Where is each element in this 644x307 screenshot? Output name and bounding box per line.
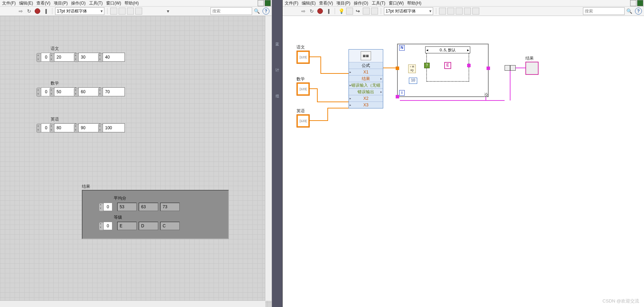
case-tunnel-out[interactable] bbox=[467, 64, 471, 67]
grid-icon-r[interactable] bbox=[630, 0, 636, 6]
avg-v2: 73 bbox=[160, 203, 180, 211]
for-loop-N[interactable]: N bbox=[399, 45, 405, 51]
case-selector[interactable]: 0..5, 默认 bbox=[425, 46, 470, 53]
grade-v1: D bbox=[139, 222, 158, 230]
express-x3[interactable]: ▸X3 bbox=[349, 102, 383, 108]
search-input[interactable]: 搜索 bbox=[211, 7, 252, 15]
abort-icon[interactable] bbox=[34, 8, 41, 15]
align-r-3[interactable] bbox=[456, 8, 463, 15]
avg-index[interactable]: 0 bbox=[103, 203, 112, 211]
express-err-out[interactable]: 错误输出▸ bbox=[349, 88, 383, 95]
font-selector[interactable]: 17pt 对话框字体 bbox=[55, 7, 104, 15]
vi-icon-r[interactable] bbox=[637, 0, 643, 6]
font-selector-r[interactable]: 17pt 对话框字体 bbox=[384, 7, 433, 15]
cluster-result[interactable]: 平均分 0 53 63 73 等级 0 E D C bbox=[82, 190, 229, 239]
resize-handle-icon[interactable] bbox=[484, 93, 489, 97]
label-shuxue: 数学 bbox=[51, 80, 59, 86]
grade-v0: E bbox=[117, 222, 137, 230]
array-yuwen[interactable]: 0 20 30 40 bbox=[41, 53, 127, 62]
help-icon-r[interactable]: ? bbox=[635, 8, 642, 15]
yuwen-v0[interactable]: 20 bbox=[54, 53, 76, 62]
menu-tools[interactable]: 工具(T) bbox=[88, 0, 104, 6]
express-err-in[interactable]: ▸错误输入（无错 bbox=[349, 82, 383, 88]
menu-view[interactable]: 查看(V) bbox=[35, 0, 52, 6]
step-over-icon[interactable] bbox=[363, 8, 370, 15]
menu-help[interactable]: 帮助(H) bbox=[123, 0, 140, 6]
align-icon-4[interactable] bbox=[135, 8, 142, 15]
dropdown-icon[interactable]: ▾ bbox=[164, 8, 171, 15]
bundle-node-2[interactable] bbox=[510, 65, 516, 71]
terminal-shuxue[interactable]: [123] bbox=[297, 82, 310, 96]
run-cycle-icon[interactable]: ↻ bbox=[26, 8, 33, 15]
grid-icon[interactable] bbox=[258, 0, 264, 6]
search-input-r[interactable]: 搜索 bbox=[583, 7, 625, 15]
align-icon-3[interactable] bbox=[127, 8, 134, 15]
yuwen-v1[interactable]: 30 bbox=[78, 53, 101, 62]
retain-wire-icon[interactable] bbox=[346, 8, 353, 15]
term-label-yingyu: 英语 bbox=[297, 108, 305, 114]
front-panel: 语文 0 20 30 40 数学 0 50 60 70 英语 0 80 90 1… bbox=[0, 16, 272, 307]
help-icon[interactable]: ? bbox=[263, 8, 269, 15]
search-icon-r[interactable]: 🔍 bbox=[626, 8, 632, 14]
array-yingyu[interactable]: 0 80 90 100 bbox=[41, 123, 127, 132]
left-menubar[interactable]: 文件(F) 编辑(E) 查看(V) 项目(P) 操作(O) 工具(T) 窗口(W… bbox=[0, 0, 272, 7]
menu-op[interactable]: 操作(O) bbox=[70, 0, 87, 6]
align-icon-2[interactable] bbox=[119, 8, 126, 15]
express-x2[interactable]: ▸X2 bbox=[349, 95, 383, 102]
watermark-text: CSDN @欢迎交流 bbox=[602, 298, 639, 304]
yingyu-v1[interactable]: 90 bbox=[78, 123, 101, 132]
express-title: 公式 bbox=[349, 62, 383, 69]
bundle-node-1[interactable] bbox=[505, 65, 510, 71]
pause-icon-r[interactable]: || bbox=[325, 8, 332, 15]
abort-icon-r[interactable] bbox=[317, 8, 324, 15]
cleanup-icon[interactable] bbox=[464, 8, 471, 15]
loop-tunnel-bottom[interactable] bbox=[396, 95, 399, 98]
terminal-yuwen[interactable]: [123] bbox=[297, 51, 310, 64]
avg-v0: 53 bbox=[117, 203, 137, 211]
scrollbar-horizontal[interactable] bbox=[0, 300, 265, 307]
shuxue-v2[interactable]: 70 bbox=[103, 87, 125, 96]
for-loop[interactable]: N i ÷ R IQ 10 0..5, 默认 ? E bbox=[397, 44, 489, 97]
array-shuxue[interactable]: 0 50 60 70 bbox=[41, 87, 127, 96]
case-structure[interactable]: 0..5, 默认 ? E bbox=[426, 49, 469, 82]
step-out-icon[interactable] bbox=[371, 8, 378, 15]
shuxue-v1[interactable]: 60 bbox=[78, 87, 101, 96]
shuxue-v0[interactable]: 50 bbox=[54, 87, 76, 96]
grade-index[interactable]: 0 bbox=[103, 222, 112, 230]
menu-project[interactable]: 项目(P) bbox=[52, 0, 69, 6]
loop-tunnel-out[interactable] bbox=[487, 67, 490, 70]
yingyu-v0[interactable]: 80 bbox=[54, 123, 76, 132]
step-into-icon[interactable]: ↪ bbox=[354, 8, 361, 15]
run-arrow-icon[interactable]: ⇨ bbox=[17, 8, 24, 15]
numeric-constant-10[interactable]: 10 bbox=[409, 78, 417, 84]
for-loop-i[interactable]: i bbox=[399, 90, 405, 96]
loop-tunnel-in[interactable] bbox=[396, 67, 399, 70]
menu-edit[interactable]: 编辑(E) bbox=[18, 0, 34, 6]
case-selector-terminal[interactable]: ? bbox=[424, 63, 430, 68]
highlight-exec-icon[interactable]: 💡 bbox=[338, 8, 345, 15]
vi-icon[interactable] bbox=[265, 0, 271, 6]
right-menubar[interactable]: 文件(F) 编辑(E) 查看(V) 项目(P) 操作(O) 工具(T) 窗口(W… bbox=[283, 0, 644, 7]
run-cycle-icon-r[interactable]: ↻ bbox=[308, 8, 315, 15]
yuwen-v2[interactable]: 40 bbox=[103, 53, 125, 62]
express-result[interactable]: 结果▸ bbox=[349, 75, 383, 82]
express-x1[interactable]: ▸X1 bbox=[349, 69, 383, 75]
divider-strip: 蓝 计 坦 bbox=[272, 0, 283, 307]
case-content-E[interactable]: E bbox=[444, 62, 451, 69]
reorder-icon[interactable] bbox=[472, 8, 479, 15]
align-icon-1[interactable] bbox=[110, 8, 117, 15]
express-formula-node[interactable]: ▦▦ 公式 ▸X1 结果▸ ▸错误输入（无错 错误输出▸ ▸X2 ▸X3 bbox=[349, 49, 383, 108]
pause-icon[interactable]: || bbox=[42, 8, 49, 15]
menu-window[interactable]: 窗口(W) bbox=[105, 0, 122, 6]
scrollbar-vertical[interactable] bbox=[265, 16, 272, 301]
search-icon[interactable]: 🔍 bbox=[254, 8, 260, 14]
quotient-remainder-node[interactable]: ÷ R IQ bbox=[408, 64, 416, 73]
terminal-result[interactable] bbox=[525, 62, 539, 75]
menu-file[interactable]: 文件(F) bbox=[1, 0, 17, 6]
align-r-2[interactable] bbox=[447, 8, 454, 15]
right-toolbar: ⇨ ↻ || 💡 ↪ 17pt 对话框字体 搜索 🔍 ? bbox=[283, 7, 644, 16]
align-r-1[interactable] bbox=[439, 8, 446, 15]
terminal-yingyu[interactable]: [123] bbox=[297, 114, 310, 128]
run-arrow-icon-r[interactable]: ⇨ bbox=[300, 8, 307, 15]
yingyu-v2[interactable]: 100 bbox=[103, 123, 125, 132]
